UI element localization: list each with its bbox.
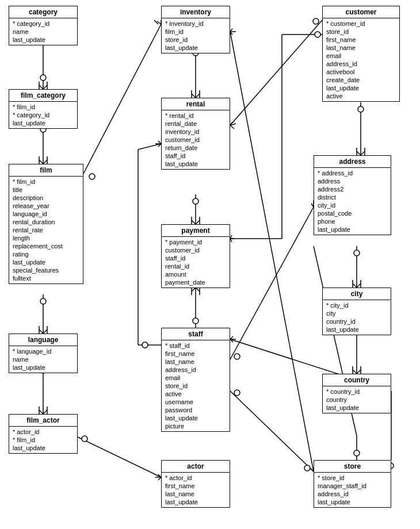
entity-header-customer: customer [323,6,399,18]
field-payment-5: payment_date [165,278,226,286]
field-inventory-1: film_id [165,28,226,36]
field-rental-1: rental_date [165,120,226,128]
field-city-1: city [326,309,387,317]
svg-point-36 [313,18,319,24]
entity-header-category: category [9,6,77,18]
entity-address: address* address_idaddressaddress2distri… [314,155,391,235]
field-address-3: district [318,193,387,201]
field-store-3: last_update [318,498,387,506]
svg-point-77 [354,250,360,256]
field-rental-0: * rental_id [165,112,226,120]
field-country-1: country [326,396,387,404]
field-film_actor-0: * actor_id [13,428,74,436]
entity-body-inventory: * inventory_idfilm_idstore_idlast_update [162,18,230,53]
svg-line-27 [154,20,158,24]
field-store-0: * store_id [318,474,387,482]
svg-line-1 [39,85,43,89]
entity-body-category: * category_idnamelast_update [9,18,77,45]
field-actor-1: first_name [165,482,226,490]
entity-film_category: film_category* film_id* category_idlast_… [9,89,78,129]
svg-line-67 [357,151,361,155]
svg-line-107 [230,32,314,471]
entity-body-customer: * customer_idstore_idfirst_namelast_name… [323,18,399,101]
field-staff-1: first_name [165,350,226,358]
field-film-7: length [13,234,79,242]
svg-line-73 [353,283,357,288]
svg-point-58 [193,318,198,324]
entity-body-city: * city_idcitycountry_idlast_update [323,300,391,335]
field-film_category-0: * film_id [13,103,74,111]
field-language-2: last_update [13,363,74,371]
field-staff-5: store_id [165,382,226,390]
field-customer-4: email [326,52,396,60]
svg-point-93 [234,390,240,396]
entity-header-inventory: inventory [162,6,230,18]
field-country-0: * country_id [326,388,387,396]
svg-line-20 [43,410,47,414]
field-staff-6: active [165,390,226,398]
field-film-0: * film_id [13,178,79,186]
entity-header-store: store [314,461,391,473]
svg-point-28 [89,174,95,179]
field-address-4: city_id [318,201,387,209]
svg-line-31 [196,94,200,98]
entity-customer: customer* customer_idstore_idfirst_namel… [322,6,400,102]
field-film_actor-1: * film_id [13,436,74,444]
svg-line-80 [357,370,361,374]
field-store-1: manager_staff_id [318,482,387,490]
svg-line-19 [39,410,43,414]
svg-line-13 [39,329,43,334]
field-payment-2: staff_id [165,254,226,262]
field-city-2: country_id [326,317,387,325]
field-film-11: special_features [13,266,79,274]
field-actor-3: last_update [165,498,226,506]
entity-header-staff: staff [162,328,230,340]
entity-staff: staff* staff_idfirst_namelast_nameaddres… [161,328,230,432]
field-customer-2: first_name [326,36,396,44]
field-film-6: rental_rate [13,226,79,234]
field-customer-0: * customer_id [326,20,396,28]
entity-header-actor: actor [162,461,230,473]
svg-line-74 [357,283,361,288]
entity-film_actor: film_actor* actor_id* film_idlast_update [9,414,78,454]
field-staff-9: last_update [165,414,226,422]
entity-body-staff: * staff_idfirst_namelast_nameaddress_ide… [162,340,230,431]
svg-point-91 [354,450,360,456]
svg-line-37 [230,122,232,125]
svg-point-62 [142,342,148,348]
entity-body-actor: * actor_idfirst_namelast_namelast_update [162,473,230,507]
field-staff-0: * staff_id [165,342,226,350]
entity-rental: rental* rental_idrental_dateinventory_id… [161,98,230,170]
field-staff-3: address_id [165,366,226,374]
field-rental-2: inventory_id [165,128,226,136]
entity-body-film_category: * film_id* category_idlast_update [9,102,77,128]
svg-line-79 [353,370,357,374]
svg-point-103 [82,436,87,442]
entity-store: store* store_idmanager_staff_idaddress_i… [314,460,391,508]
field-staff-10: picture [165,422,226,430]
entity-category: category* category_idnamelast_update [9,6,78,45]
field-staff-2: last_name [165,358,226,366]
svg-line-30 [192,94,196,98]
svg-point-108 [304,465,310,471]
entity-header-film_actor: film_actor [9,415,77,427]
field-category-0: * category_id [13,20,74,28]
svg-line-99 [230,336,233,339]
entity-body-payment: * payment_idcustomer_idstaff_idrental_id… [162,237,230,288]
field-film-10: last_update [13,258,79,266]
field-store-2: address_id [318,490,387,498]
field-country-2: last_update [326,404,387,412]
svg-line-50 [230,235,232,239]
field-address-1: address [318,177,387,185]
entity-city: city* city_idcitycountry_idlast_update [322,288,391,335]
field-inventory-0: * inventory_id [165,20,226,28]
field-customer-6: activebool [326,68,396,76]
field-customer-8: last_update [326,84,396,92]
svg-line-42 [196,220,200,224]
svg-line-7 [39,160,43,164]
field-address-0: * address_id [318,169,387,177]
field-actor-2: last_name [165,490,226,498]
field-film-5: rental_duration [13,218,79,226]
field-address-2: address2 [318,185,387,193]
field-address-7: last_update [318,225,387,233]
